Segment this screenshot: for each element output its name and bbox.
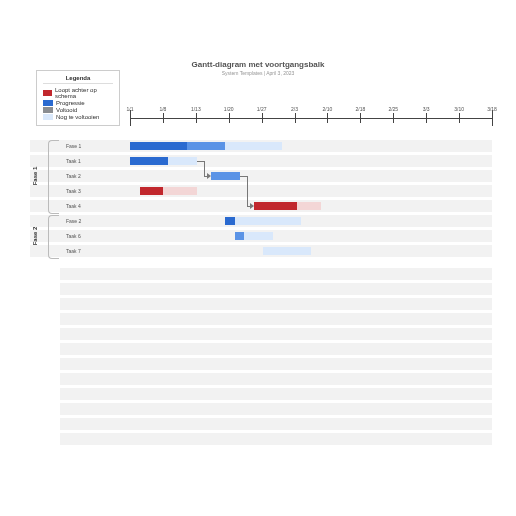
gantt-bar	[263, 247, 311, 255]
empty-row	[30, 268, 492, 280]
gantt-row: Taak 2	[30, 170, 492, 182]
axis-tick-label: 2/10	[323, 106, 333, 112]
empty-row	[30, 283, 492, 295]
legend-item: Loopt achter op schema	[43, 87, 113, 99]
axis-tick-label: 1/8	[159, 106, 166, 112]
gantt-bar	[140, 187, 164, 195]
timeline-axis: 1/11/81/131/201/272/32/102/182/253/33/10…	[130, 106, 492, 130]
chart-title: Gantt-diagram met voortgangsbalk	[18, 60, 498, 69]
axis-tick-label: 2/18	[355, 106, 365, 112]
axis-tick-label: 1/1	[127, 106, 134, 112]
gantt-row: Fase 2	[30, 215, 492, 227]
phase-label: Fase 2	[28, 215, 42, 257]
gantt-bar	[244, 232, 273, 240]
gantt-bar	[130, 157, 168, 165]
empty-row	[30, 373, 492, 385]
gantt-bar	[254, 202, 297, 210]
empty-row	[30, 358, 492, 370]
gantt-row: Taak 6	[30, 230, 492, 242]
gantt-bar	[297, 202, 321, 210]
axis-tick-label: 1/27	[257, 106, 267, 112]
gantt-bar	[235, 232, 245, 240]
legend-swatch	[43, 107, 53, 113]
legend-item: Progressie	[43, 100, 113, 106]
empty-row	[30, 328, 492, 340]
gantt-bar	[163, 187, 196, 195]
legend-swatch	[43, 100, 53, 106]
gantt-bar	[225, 142, 282, 150]
axis-tick-label: 2/3	[291, 106, 298, 112]
axis-tick-label: 1/20	[224, 106, 234, 112]
row-label: Taak 4	[66, 200, 81, 212]
gantt-rows: Fase 1Taak 1Taak 2Taak 3Taak 4Fase 2Taak…	[30, 140, 492, 260]
legend-item: Nog te voltooien	[43, 114, 113, 120]
legend-label: Nog te voltooien	[56, 114, 99, 120]
gantt-bar	[130, 142, 187, 150]
gantt-row: Fase 1	[30, 140, 492, 152]
row-label: Fase 1	[66, 140, 81, 152]
phase-brace	[48, 140, 59, 214]
empty-row	[30, 298, 492, 310]
legend-label: Loopt achter op schema	[55, 87, 113, 99]
legend-label: Progressie	[56, 100, 85, 106]
legend-swatch	[43, 90, 52, 96]
gantt-row: Taak 1	[30, 155, 492, 167]
gantt-bar	[168, 157, 197, 165]
legend-label: Voltooid	[56, 107, 77, 113]
row-label: Taak 3	[66, 185, 81, 197]
empty-row	[30, 313, 492, 325]
empty-row	[30, 418, 492, 430]
axis-tick-label: 3/18	[487, 106, 497, 112]
empty-row	[30, 403, 492, 415]
gantt-bar	[211, 172, 240, 180]
legend-title: Legenda	[43, 75, 113, 84]
row-label: Taak 6	[66, 230, 81, 242]
row-label: Taak 1	[66, 155, 81, 167]
gantt-bar	[187, 142, 225, 150]
axis-tick-label: 2/25	[388, 106, 398, 112]
legend: Legenda Loopt achter op schemaProgressie…	[36, 70, 120, 126]
phase-brace	[48, 215, 59, 259]
legend-swatch	[43, 114, 53, 120]
gantt-row: Taak 3	[30, 185, 492, 197]
row-label: Taak 2	[66, 170, 81, 182]
gantt-bar	[235, 217, 302, 225]
row-label: Taak 7	[66, 245, 81, 257]
empty-row	[30, 388, 492, 400]
row-label: Fase 2	[66, 215, 81, 227]
empty-row	[30, 433, 492, 445]
axis-tick-label: 3/3	[423, 106, 430, 112]
phase-label: Fase 1	[28, 140, 42, 212]
gantt-row: Taak 7	[30, 245, 492, 257]
axis-tick-label: 1/13	[191, 106, 201, 112]
gantt-bar	[225, 217, 235, 225]
axis-tick-label: 3/10	[454, 106, 464, 112]
gantt-row: Taak 4	[30, 200, 492, 212]
legend-item: Voltooid	[43, 107, 113, 113]
empty-row	[30, 343, 492, 355]
